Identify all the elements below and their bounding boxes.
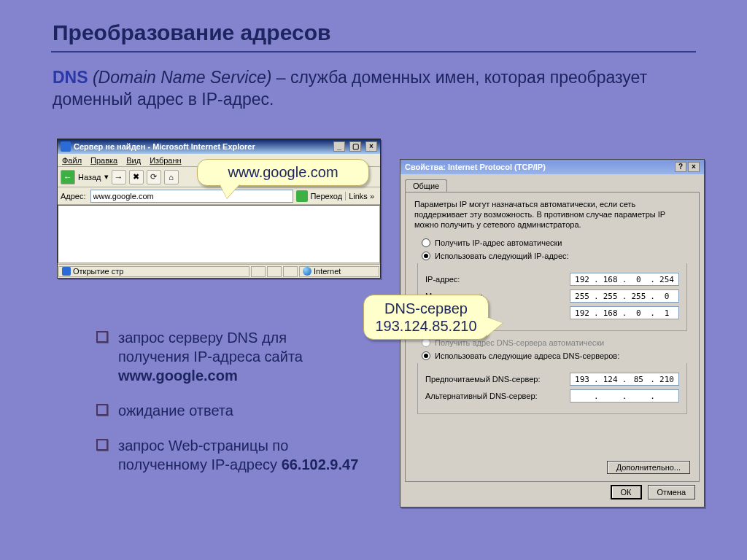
mask-input[interactable]: 255.255.255.0	[570, 289, 679, 303]
bullet-2-text: ожидание ответа	[118, 401, 233, 420]
cancel-button[interactable]: Отмена	[648, 485, 695, 499]
status-left-pane: Открытие стр	[58, 266, 249, 277]
ie-titlebar[interactable]: Сервер не найден - Microsoft Internet Ex…	[58, 139, 380, 154]
advanced-button[interactable]: Дополнительно...	[607, 461, 690, 474]
tab-general[interactable]: Общие	[405, 179, 447, 192]
bullet-1-text: запрос серверу DNS для получения IP-адре…	[118, 330, 303, 365]
back-label: Назад	[78, 173, 101, 182]
back-dropdown-icon[interactable]: ▾	[104, 172, 109, 182]
forward-button[interactable]: →	[112, 170, 126, 184]
dns1-label: Предпочитаемый DNS-сервер:	[425, 375, 570, 384]
address-input[interactable]	[90, 190, 294, 203]
close-button[interactable]: ×	[365, 141, 377, 152]
ie-statusbar: Открытие стр Internet	[58, 264, 380, 278]
bullet-1-bold: www.google.com	[118, 368, 238, 384]
tcpip-titlebar[interactable]: Свойства: Internet Protocol (TCP/IP) ? ×	[400, 160, 704, 174]
menu-edit[interactable]: Правка	[90, 156, 117, 165]
back-button[interactable]: ←	[61, 170, 75, 184]
dns2-label: Альтернативный DNS-сервер:	[425, 392, 570, 400]
bullet-list: запрос серверу DNS для получения IP-адре…	[67, 328, 359, 490]
dns-group: Предпочитаемый DNS-сервер: 193.124.85.21…	[417, 363, 687, 414]
radio-icon-disabled	[422, 338, 430, 347]
dns2-input[interactable]: . . .	[570, 389, 679, 402]
tcp-close-button[interactable]: ×	[688, 162, 700, 172]
callout-dns: DNS-сервер 193.124.85.210	[363, 295, 489, 340]
radio-auto-dns-label: Получить адрес DNS-сервера автоматически	[435, 338, 604, 347]
go-icon[interactable]	[296, 190, 308, 202]
radio-auto-ip[interactable]: Получить IP-адрес автоматически	[422, 238, 690, 247]
refresh-button[interactable]: ⟳	[147, 170, 161, 184]
ip-input[interactable]: 192.168.0.254	[570, 273, 679, 286]
dns-expansion: (Domain Name Service)	[93, 68, 271, 87]
stop-button[interactable]: ✖	[129, 170, 144, 184]
status-zone-text: Internet	[314, 267, 341, 276]
tcpip-tabstrip: Общие	[400, 174, 704, 192]
ip-label: IP-адрес:	[425, 275, 570, 284]
minimize-button[interactable]: _	[333, 141, 345, 152]
dns-definition: DNS (Domain Name Service) – служба домен…	[53, 67, 694, 111]
go-label[interactable]: Переход	[310, 192, 342, 201]
maximize-button[interactable]: ▢	[349, 141, 361, 152]
row-dns1: Предпочитаемый DNS-сервер: 193.124.85.21…	[425, 373, 679, 386]
row-ip: IP-адрес: 192.168.0.254	[425, 273, 679, 286]
ok-button[interactable]: ОК	[611, 485, 642, 499]
status-left-text: Открытие стр	[73, 267, 123, 276]
radio-use-ip[interactable]: Использовать следующий IP-адрес:	[422, 252, 690, 260]
bullet-icon	[96, 331, 108, 343]
radio-use-dns[interactable]: Использовать следующие адреса DNS-сервер…	[422, 351, 690, 360]
radio-auto-dns: Получить адрес DNS-сервера автоматически	[422, 338, 690, 347]
links-label[interactable]: Links »	[345, 192, 377, 201]
dns-term: DNS	[53, 68, 88, 87]
radio-use-ip-label: Использовать следующий IP-адрес:	[435, 252, 569, 260]
status-empty-3	[283, 266, 298, 277]
globe-icon	[303, 267, 311, 276]
callout-google-text: www.google.com	[228, 164, 338, 180]
bullet-icon	[96, 404, 108, 416]
callout-dns-line2: 193.124.85.210	[374, 317, 478, 335]
bullet-3-text: запрос Web-страницы по полученному IP-ад…	[118, 438, 288, 472]
chevron-right-icon: »	[370, 192, 374, 201]
title-underline	[51, 51, 696, 52]
radio-icon-selected	[422, 351, 430, 360]
tcpip-description: Параметры IP могут назначаться автоматич…	[414, 200, 690, 230]
address-label: Адрес:	[61, 192, 88, 201]
ie-small-icon	[62, 267, 71, 276]
ie-addressbar: Адрес: Переход Links »	[58, 187, 380, 205]
bullet-3-bold: 66.102.9.47	[282, 456, 359, 472]
dialog-buttons: ОК Отмена	[611, 485, 695, 499]
callout-google: www.google.com	[197, 159, 369, 186]
radio-auto-ip-label: Получить IP-адрес автоматически	[435, 238, 562, 247]
bullet-1: запрос серверу DNS для получения IP-адре…	[96, 328, 359, 385]
status-empty-1	[251, 266, 266, 277]
bullet-2: ожидание ответа	[96, 401, 359, 420]
ie-icon	[61, 141, 71, 152]
radio-icon	[422, 238, 430, 247]
bullet-icon	[96, 439, 108, 451]
ie-content	[58, 205, 380, 263]
radio-icon-selected	[422, 252, 430, 260]
ie-title-text: Сервер не найден - Microsoft Internet Ex…	[74, 142, 255, 151]
bullet-3: запрос Web-страницы по полученному IP-ад…	[96, 436, 359, 474]
help-button[interactable]: ?	[675, 162, 686, 172]
tcpip-title-text: Свойства: Internet Protocol (TCP/IP)	[405, 163, 546, 171]
status-zone: Internet	[299, 266, 379, 277]
slide-title: Преобразование адресов	[53, 20, 330, 45]
menu-view[interactable]: Вид	[126, 156, 141, 165]
home-button[interactable]: ⌂	[164, 170, 179, 184]
gw-input[interactable]: 192.168.0.1	[570, 306, 679, 319]
status-empty-2	[267, 266, 282, 277]
row-dns2: Альтернативный DNS-сервер: . . .	[425, 389, 679, 402]
radio-use-dns-label: Использовать следующие адреса DNS-сервер…	[435, 351, 619, 360]
menu-fav[interactable]: Избранн	[150, 156, 182, 165]
dns1-input[interactable]: 193.124.85.210	[570, 373, 679, 386]
callout-dns-line1: DNS-сервер	[374, 300, 478, 317]
menu-file[interactable]: Файл	[62, 156, 82, 165]
